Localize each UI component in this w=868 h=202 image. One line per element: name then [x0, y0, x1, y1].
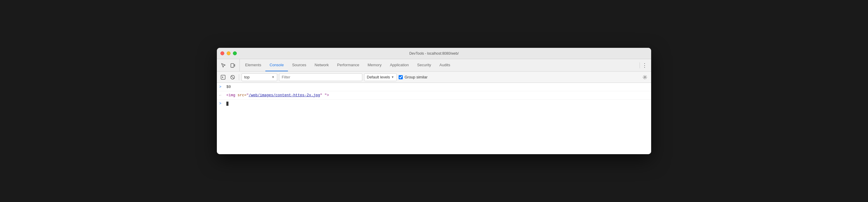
svg-point-2 [232, 67, 232, 67]
tab-bar-icons [219, 59, 240, 71]
tab-bar-right: ⋮ [637, 59, 649, 71]
tab-bar: Elements Console Sources Network Perform… [217, 59, 651, 72]
console-text-1: $0 [226, 85, 231, 89]
inspect-icon[interactable] [219, 61, 227, 69]
devtools-window: DevTools - localhost:8080/web/ Elements … [217, 48, 651, 154]
context-dropdown-arrow: ▼ [272, 75, 275, 79]
input-prompt: > [219, 102, 224, 106]
filter-input[interactable] [279, 73, 362, 81]
tab-audits[interactable]: Audits [435, 59, 454, 71]
attr-name-src: src= [238, 93, 247, 97]
prompt-2: ← [219, 93, 224, 97]
title-bar: DevTools - localhost:8080/web/ [217, 48, 651, 59]
console-toolbar: top ▼ Default levels ▼ Group similar [217, 72, 651, 83]
console-output: > $0 ← <img src="/web/images/content-htt… [217, 83, 651, 154]
levels-dropdown-arrow: ▼ [391, 75, 394, 79]
window-title: DevTools - localhost:8080/web/ [409, 52, 459, 56]
console-cursor [226, 102, 228, 106]
traffic-lights [220, 52, 237, 55]
tab-console[interactable]: Console [265, 59, 288, 71]
attr-quote-open: " [247, 93, 249, 97]
group-similar-checkbox[interactable] [399, 75, 403, 79]
device-toolbar-icon[interactable] [229, 61, 237, 69]
tab-security[interactable]: Security [413, 59, 435, 71]
levels-selector[interactable]: Default levels ▼ [364, 73, 397, 81]
tab-performance[interactable]: Performance [333, 59, 363, 71]
settings-icon[interactable] [641, 73, 649, 81]
tab-network[interactable]: Network [311, 59, 333, 71]
svg-rect-1 [235, 64, 235, 67]
levels-label: Default levels [367, 75, 390, 79]
console-line-1: > $0 [217, 83, 651, 91]
context-selector[interactable]: top ▼ [242, 73, 277, 81]
group-similar-label: Group similar [405, 75, 428, 79]
execute-icon[interactable] [219, 73, 227, 81]
toolbar-divider-1 [239, 74, 239, 80]
maximize-button[interactable] [233, 52, 237, 55]
console-text-2: <img src="/web/images/content-https-2x.j… [226, 93, 329, 97]
more-tabs-button[interactable]: ⋮ [641, 61, 649, 69]
close-button[interactable] [220, 52, 224, 55]
html-tag-close: "> [322, 93, 329, 97]
tab-elements[interactable]: Elements [241, 59, 265, 71]
svg-line-5 [231, 76, 234, 78]
context-value: top [244, 75, 250, 79]
tab-memory[interactable]: Memory [364, 59, 386, 71]
tab-bar-divider [640, 62, 640, 68]
img-src-link[interactable]: /web/images/content-https-2x.jpg [249, 93, 320, 97]
tab-application[interactable]: Application [386, 59, 413, 71]
clear-console-icon[interactable] [229, 73, 237, 81]
minimize-button[interactable] [227, 52, 230, 55]
prompt-1: > [219, 85, 224, 89]
group-similar-checkbox-group[interactable]: Group similar [399, 75, 428, 79]
attr-quote-close: " [320, 93, 322, 97]
html-tag-open: <img [226, 93, 238, 97]
console-input-line[interactable]: > [217, 100, 651, 108]
svg-point-6 [644, 76, 646, 78]
console-line-2: ← <img src="/web/images/content-https-2x… [217, 91, 651, 100]
tab-sources[interactable]: Sources [288, 59, 311, 71]
